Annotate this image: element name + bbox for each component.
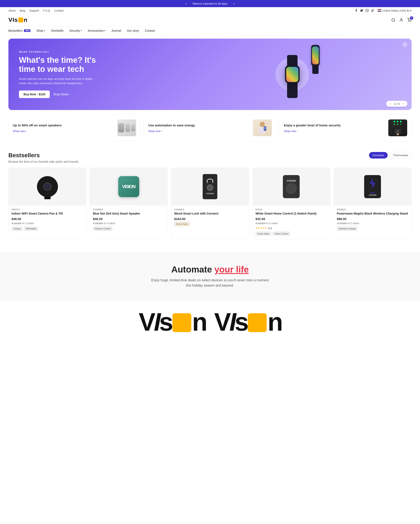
about-link[interactable]: About xyxy=(9,9,16,12)
product-tags-1: Unique Affordable xyxy=(12,227,83,231)
filter-thermostats[interactable]: Thermostats xyxy=(389,152,411,158)
automate-section: Automate your life Enjoy huge, limited-t… xyxy=(0,252,420,301)
social-icons xyxy=(354,9,374,12)
promo-card-link-2[interactable]: Shop now › xyxy=(148,130,250,133)
vision-logos-section: VIsn VIsn xyxy=(0,301,420,334)
hero-next-button[interactable]: → xyxy=(402,102,404,105)
promo-card-link-1[interactable]: Shop now › xyxy=(13,130,115,133)
hero-title: What's the time? It's time to wear tech xyxy=(19,56,99,74)
filter-tabs: Doorbells Thermostats xyxy=(369,152,411,158)
speaker-unit-3 xyxy=(131,124,135,131)
security-illustration xyxy=(388,119,407,136)
cart-button[interactable]: 0 xyxy=(407,18,411,22)
bestsellers-header: Bestsellers Browse the best of our favor… xyxy=(9,152,411,163)
cart-count-badge: 0 xyxy=(410,16,413,20)
product-card-lock[interactable]: VISION CONNEX Wood Smart Lock with Conne… xyxy=(171,167,249,239)
product-info-home-control: ROUS White Smart Home Control (1-Switch … xyxy=(253,206,330,239)
search-button[interactable] xyxy=(391,18,396,22)
security-panel xyxy=(392,119,404,136)
shop-deals-link[interactable]: Shop Deals › xyxy=(53,93,70,96)
product-info-charging-stand: PRIMUS Powerwave MagGo Black Wireless Ch… xyxy=(334,206,411,234)
faq-link[interactable]: F.A.Q xyxy=(43,9,50,12)
search-icon xyxy=(391,18,395,22)
svg-point-5 xyxy=(409,21,409,22)
shop-deals-arrow: › xyxy=(69,93,70,96)
product-card-home-control[interactable]: VISION ROUS White Smart Home Control (1-… xyxy=(253,167,330,239)
nav-accessories[interactable]: Accessories ▾ xyxy=(88,29,105,32)
twitter-icon[interactable] xyxy=(360,9,363,12)
lock-brand-text: VISION xyxy=(206,192,214,195)
top-nav-links: About Blog Support F.A.Q Contact xyxy=(9,9,64,12)
facebook-icon[interactable] xyxy=(354,9,358,12)
main-navigation: Bestsellers NEW Shop ▾ Doorbells Securit… xyxy=(0,26,420,35)
product-price-3: $164.50 xyxy=(174,217,246,221)
product-brand-3: CONNEX xyxy=(174,209,246,211)
svg-rect-14 xyxy=(396,133,399,135)
product-tags-3: Wood Style xyxy=(174,222,246,226)
tiktok-icon[interactable] xyxy=(371,9,374,12)
hero-description: Smart watches can run apps and play back… xyxy=(19,77,99,86)
promo-card-text-2: Use automation to save energy Shop now › xyxy=(148,123,250,133)
nav-contact[interactable]: Contact xyxy=(145,29,155,32)
logo[interactable]: VIsn xyxy=(9,17,27,23)
product-image-speaker: VIsIOn xyxy=(90,168,167,206)
speaker-cube-text: VIsIOn xyxy=(122,184,135,189)
nav-security-label: Security xyxy=(69,29,80,32)
bestsellers-title: Bestsellers xyxy=(9,152,79,159)
product-price-1: $46.50 xyxy=(12,217,83,221)
product-image-charging-stand: VISION xyxy=(334,168,411,206)
speaker-unit-1 xyxy=(118,123,124,132)
instagram-icon[interactable] xyxy=(365,9,369,12)
account-button[interactable] xyxy=(399,18,404,22)
product-card-speaker[interactable]: VIsIOn CONNEX Blue Dot (3rd Gen) Smart S… xyxy=(90,167,167,239)
product-image-camera xyxy=(9,168,86,206)
promo-card-title-1: Up to 50% off on smart speakers xyxy=(13,123,115,127)
product-tags-5: Wireless Charge xyxy=(337,227,408,231)
vision-logo-square-2 xyxy=(248,313,267,332)
product-name-5: Powerwave MagGo Black Wireless Charging … xyxy=(337,212,408,216)
camera-lens xyxy=(43,183,52,191)
stars-icon: ★★★★★ xyxy=(255,227,267,229)
hero-prev-button[interactable]: ← xyxy=(389,102,392,105)
watch-2 xyxy=(307,45,324,72)
buy-now-button[interactable]: Buy Now - $120 xyxy=(19,90,50,98)
product-brand-1: DRIFLY xyxy=(12,209,83,211)
nav-shop[interactable]: Shop ▾ xyxy=(36,29,45,32)
camera-base xyxy=(44,197,51,199)
announcement-next-button[interactable]: › xyxy=(232,2,236,5)
nav-journal[interactable]: Journal xyxy=(111,29,121,32)
filter-doorbells[interactable]: Doorbells xyxy=(369,152,388,158)
hero-banner: WEAR TECHNOLOGY What's the time? It's ti… xyxy=(9,39,411,110)
product-brand-4: ROUS xyxy=(255,209,327,211)
logo-square-icon xyxy=(18,17,23,22)
promo-card-link-3[interactable]: Shop now › xyxy=(284,130,386,133)
nav-security[interactable]: Security ▾ xyxy=(69,29,82,32)
contact-link[interactable]: Contact xyxy=(54,9,64,12)
announcement-prev-button[interactable]: ‹ xyxy=(184,2,188,5)
product-card-camera[interactable]: DRIFLY Indoor WiFi Smart Camera Pan & Ti… xyxy=(9,167,86,239)
svg-point-2 xyxy=(392,18,394,21)
blog-link[interactable]: Blog xyxy=(20,9,25,12)
nav-doorbells-label: Doorbells xyxy=(51,29,63,32)
nav-doorbells[interactable]: Doorbells xyxy=(51,29,63,32)
promo-card-title-3: Enjoy a greater level of home security xyxy=(284,123,386,127)
promo-card-title-2: Use automation to save energy xyxy=(148,123,250,127)
product-card-charging-stand[interactable]: VISION PRIMUS Powerwave MagGo Black Wire… xyxy=(334,167,411,239)
product-brand-5: PRIMUS xyxy=(337,209,408,211)
promo-link-arrow-1: › xyxy=(26,130,27,133)
locale-selector[interactable]: United States (USD $) ▾ xyxy=(377,9,411,12)
support-link[interactable]: Support xyxy=(29,9,39,12)
product-price-4: $32.00 xyxy=(255,217,327,221)
home-control-illustration: VISION xyxy=(283,175,300,198)
watch-screen xyxy=(286,67,298,82)
product-grid: DRIFLY Indoor WiFi Smart Camera Pan & Ti… xyxy=(9,167,411,239)
product-rating-4: ★★★★★ 5.0 xyxy=(255,227,327,230)
nav-our-story[interactable]: Our story xyxy=(127,29,139,32)
sec-dot-3 xyxy=(400,121,402,122)
charging-stand-illustration: VISION xyxy=(364,175,381,198)
shop-chevron-icon: ▾ xyxy=(44,29,45,32)
hero-image xyxy=(181,39,403,110)
logo-n: n xyxy=(24,17,27,23)
svg-point-7 xyxy=(260,122,265,127)
nav-bestsellers[interactable]: Bestsellers NEW xyxy=(9,29,30,32)
